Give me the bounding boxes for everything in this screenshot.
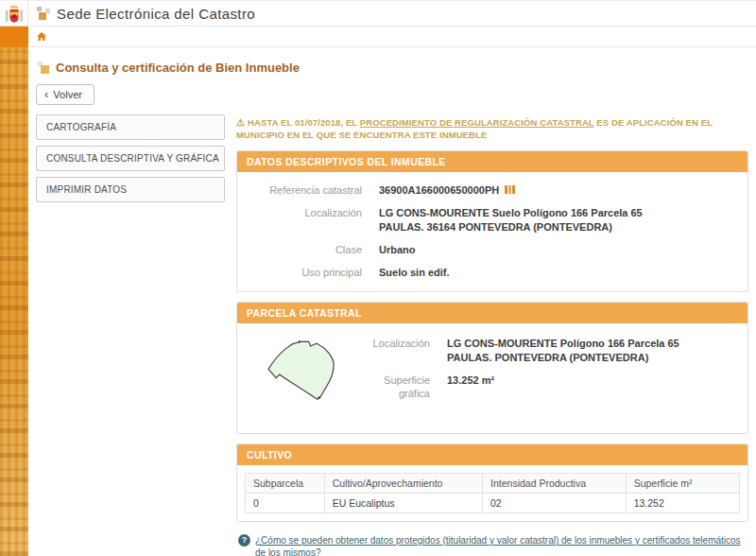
strip-top-block	[0, 26, 28, 47]
field-label: Superficie gráfica	[362, 374, 447, 402]
panel-parcela-catastral: PARCELA CATASTRAL Localización	[236, 302, 748, 434]
panel-datos-body: Referencia catastral 36900A166000650000P…	[237, 172, 747, 291]
field-row-clase: Clase Urbano	[247, 243, 738, 257]
sidebar-item-imprimir-datos[interactable]: IMPRIMIR DATOS	[36, 177, 225, 202]
parcel-shape-figure	[250, 331, 349, 422]
field-label: Localización	[362, 337, 447, 365]
page-title: Consulta y certificación de Bien Inmuebl…	[56, 61, 300, 75]
panel-parcela-header: PARCELA CATASTRAL	[237, 303, 747, 323]
chevron-left-icon: ‹	[44, 88, 48, 100]
regularization-warning: ⚠HASTA EL 01/07/2018, EL PROCEDIMIENTO D…	[236, 116, 748, 142]
catastro-page: Sede Electrónica del Catastro Consulta y…	[0, 0, 756, 556]
question-icon: ?	[238, 534, 250, 547]
sidebar-item-cartografia[interactable]: CARTOGRAFÍA	[36, 114, 225, 140]
field-value: Suelo sin edif.	[379, 266, 450, 280]
field-row-superficie: Superficie gráfica 13.252 m²	[362, 374, 738, 402]
field-label: Uso principal	[247, 266, 379, 280]
brand: Sede Electrónica del Catastro	[28, 6, 255, 22]
col-intensidad: Intensidad Productiva	[483, 473, 627, 493]
app-header: Sede Electrónica del Catastro	[0, 0, 756, 26]
spain-coat-of-arms-icon	[4, 2, 25, 26]
protected-data-link[interactable]: ¿Cómo se pueden obtener datos protegidos…	[255, 534, 748, 556]
parcela-fields: Localización LG CONS-MOURENTE Polígono 1…	[362, 331, 738, 401]
panel-cultivo-body: Subparcela Cultivo/Aprovechamiento Inten…	[237, 465, 747, 521]
side-menu: CARTOGRAFÍA CONSULTA DESCRIPTIVA Y GRÁFI…	[36, 114, 225, 208]
panel-datos-descriptivos: DATOS DESCRIPTIVOS DEL INMUEBLE Referenc…	[236, 150, 748, 292]
field-value: LG CONS-MOURENTE Polígono 166 Parcela 65…	[447, 337, 679, 365]
field-label: Localización	[247, 206, 379, 235]
home-icon[interactable]	[36, 31, 47, 42]
cell-intensidad: 02	[483, 493, 627, 513]
app-title: Sede Electrónica del Catastro	[57, 6, 255, 22]
warning-text-pre: HASTA EL 01/07/2018, EL	[248, 117, 360, 128]
left-decorative-strip	[0, 26, 28, 556]
field-value: 13.252 m²	[447, 374, 494, 402]
field-value: Urbano	[379, 243, 416, 257]
content-column: ⚠HASTA EL 01/07/2018, EL PROCEDIMIENTO D…	[236, 114, 748, 556]
catastro-logo-icon	[36, 6, 51, 21]
field-label: Referencia catastral	[247, 183, 379, 199]
spain-coat-of-arms	[0, 1, 28, 26]
cell-cultivo: EU Eucaliptus	[324, 493, 482, 513]
referencia-value: 36900A166000650000PH	[379, 184, 499, 196]
field-row-localizacion: Localización LG CONS-MOURENTE Polígono 1…	[362, 337, 738, 365]
panel-datos-header: DATOS DESCRIPTIVOS DEL INMUEBLE	[237, 151, 747, 172]
warning-icon: ⚠	[236, 117, 245, 128]
field-row-localizacion: Localización LG CONS-MOURENTE Suelo Polí…	[247, 206, 738, 235]
field-row-uso-principal: Uso principal Suelo sin edif.	[247, 266, 738, 280]
field-value: LG CONS-MOURENTE Suelo Polígono 166 Parc…	[379, 206, 643, 235]
cell-subparcela: 0	[246, 493, 325, 513]
back-button[interactable]: ‹ Volver	[36, 84, 94, 105]
panel-cultivo-header: CULTIVO	[237, 444, 747, 465]
sidebar-item-consulta-descriptiva[interactable]: CONSULTA DESCRIPTIVA Y GRÁFICA	[36, 146, 225, 171]
panel-parcela-body: Localización LG CONS-MOURENTE Polígono 1…	[237, 323, 747, 433]
parcel-polygon-icon	[250, 331, 345, 418]
breadcrumb	[28, 26, 756, 47]
regularization-link[interactable]: PROCEDIMIENTO DE REGULARIZACIÓN CATASTRA…	[360, 117, 594, 128]
field-value: 36900A166000650000PH	[379, 183, 515, 199]
col-subparcela: Subparcela	[246, 473, 325, 493]
main-area: Consulta y certificación de Bien Inmuebl…	[28, 47, 756, 556]
table-row: 0 EU Eucaliptus 02 13.252	[246, 493, 740, 513]
cultivo-table-header-row: Subparcela Cultivo/Aprovechamiento Inten…	[246, 473, 740, 493]
page-title-row: Consulta y certificación de Bien Inmuebl…	[38, 61, 748, 75]
cultivo-table: Subparcela Cultivo/Aprovechamiento Inten…	[245, 473, 740, 513]
cell-superficie: 13.252	[626, 493, 739, 513]
panel-cultivo: CULTIVO Subparcela Cultivo/Aprovechamien…	[236, 443, 748, 522]
field-label: Clase	[247, 243, 379, 257]
field-row-referencia: Referencia catastral 36900A166000650000P…	[247, 183, 738, 199]
col-cultivo: Cultivo/Aprovechamiento	[324, 473, 482, 493]
back-button-label: Volver	[53, 89, 82, 100]
col-superficie: Superficie m²	[626, 473, 739, 493]
protected-data-help: ? ¿Cómo se pueden obtener datos protegid…	[238, 534, 748, 556]
cartography-icon[interactable]	[505, 184, 515, 199]
section-icon	[38, 61, 50, 74]
